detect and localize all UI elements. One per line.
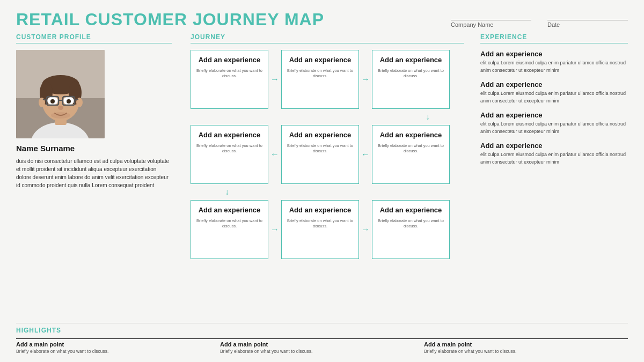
highlight-text-3: Briefly elaborate on what you want to di…: [424, 349, 628, 354]
journey-box-sub: Briefly elaborate on what you want to di…: [286, 143, 354, 154]
journey-box-sub: Briefly elaborate on what you want to di…: [377, 143, 445, 154]
journey-box-title: Add an experience: [380, 206, 442, 215]
journey-box-3-2: Add an experience Briefly elaborate on w…: [281, 200, 359, 259]
company-line: [451, 20, 531, 20]
company-label: Company Name: [451, 21, 493, 28]
highlights-row: Add a main point Briefly elaborate on wh…: [16, 338, 628, 354]
journey-box-sub: Briefly elaborate on what you want to di…: [195, 143, 264, 154]
journey-box-title: Add an experience: [380, 56, 442, 65]
highlight-title-2: Add a main point: [220, 341, 424, 348]
customer-profile-title: CUSTOMER PROFILE: [16, 33, 172, 43]
highlights-section: HIGHLIGHTS Add a main point Briefly elab…: [16, 323, 628, 354]
experience-items: Add an experience elit culpa Lorem eiusm…: [480, 50, 628, 172]
journey-box-2-3: Add an experience Briefly elaborate on w…: [372, 125, 450, 184]
company-field: Company Name: [451, 20, 531, 28]
journey-box-3-3: Add an experience Briefly elaborate on w…: [372, 200, 450, 259]
experience-item-title-4: Add an experience: [480, 142, 628, 150]
journey-title: JOURNEY: [191, 33, 464, 43]
experience-item-2: Add an experience elit culpa Lorem eiusm…: [480, 80, 628, 105]
highlights-title: HIGHLIGHTS: [16, 327, 628, 334]
svg-point-18: [67, 99, 71, 104]
experience-section: EXPERIENCE Add an experience elit culpa …: [472, 33, 628, 319]
journey-box-3-1: Add an experience Briefly elaborate on w…: [191, 200, 268, 259]
profile-photo: [16, 50, 105, 138]
journey-box-title: Add an experience: [380, 131, 442, 140]
experience-title: EXPERIENCE: [480, 33, 628, 43]
experience-item-1: Add an experience elit culpa Lorem eiusm…: [480, 50, 628, 74]
arrow-right-1: →: [268, 75, 281, 84]
experience-item-4: Add an experience elit culpa Lorem eiusm…: [480, 142, 628, 166]
journey-row-3: Add an experience Briefly elaborate on w…: [191, 200, 464, 259]
journey-box-sub: Briefly elaborate on what you want to di…: [377, 68, 445, 79]
highlight-item-3: Add a main point Briefly elaborate on wh…: [424, 338, 628, 354]
journey-row-1: Add an experience Briefly elaborate on w…: [191, 50, 464, 109]
profile-description: duis do nisi consectetur ullamco est ad …: [16, 157, 172, 189]
experience-item-text-4: elit culpa Lorem eiusmod culpa enim pari…: [480, 151, 628, 166]
arrow-down-1-container: ↓: [191, 112, 464, 122]
journey-box-sub: Briefly elaborate on what you want to di…: [377, 218, 445, 230]
journey-section: JOURNEY Add an experience Briefly elabor…: [182, 33, 472, 319]
profile-image: [16, 50, 105, 138]
title-part2: JOURNEY MAP: [193, 10, 324, 29]
arrow-right-3: →: [268, 225, 281, 234]
header: RETAIL CUSTOMER JOURNEY MAP Company Name…: [16, 11, 628, 28]
page-title: RETAIL CUSTOMER JOURNEY MAP: [16, 11, 324, 28]
experience-item-text-2: elit culpa Lorem eiusmod culpa enim pari…: [480, 90, 628, 105]
svg-point-20: [51, 112, 70, 119]
experience-item-text-1: elit culpa Lorem eiusmod culpa enim pari…: [480, 60, 628, 74]
arrow-down-1: ↓: [426, 112, 430, 122]
date-field: Date: [547, 20, 628, 28]
highlight-text-1: Briefly elaborate on what you want to di…: [16, 349, 220, 354]
highlight-title-3: Add a main point: [424, 341, 628, 348]
experience-item-3: Add an experience elit culpa Lorem eiusm…: [480, 111, 628, 135]
title-part1: RETAIL CUSTOMER: [16, 10, 193, 29]
svg-point-17: [50, 99, 55, 104]
journey-box-title: Add an experience: [199, 131, 261, 140]
date-line: [547, 20, 628, 20]
arrow-down-2: ↓: [225, 187, 229, 197]
journey-box-1-1: Add an experience Briefly elaborate on w…: [191, 50, 268, 109]
date-label: Date: [547, 21, 560, 28]
journey-box-title: Add an experience: [289, 131, 352, 140]
journey-box-sub: Briefly elaborate on what you want to di…: [195, 218, 264, 230]
highlight-title-1: Add a main point: [16, 341, 220, 348]
experience-item-title-1: Add an experience: [480, 50, 628, 58]
experience-item-title-2: Add an experience: [480, 80, 628, 88]
arrow-down-2-container: ↓: [191, 187, 464, 197]
page: RETAIL CUSTOMER JOURNEY MAP Company Name…: [0, 0, 644, 362]
journey-box-title: Add an experience: [289, 206, 352, 215]
highlight-item-1: Add a main point Briefly elaborate on wh…: [16, 338, 220, 354]
svg-point-19: [58, 106, 63, 110]
journey-box-title: Add an experience: [199, 206, 261, 215]
arrow-left-1: ←: [268, 150, 281, 159]
highlight-item-2: Add a main point Briefly elaborate on wh…: [220, 338, 424, 354]
highlight-text-2: Briefly elaborate on what you want to di…: [220, 349, 424, 354]
arrow-left-2: ←: [359, 150, 372, 159]
experience-item-title-3: Add an experience: [480, 111, 628, 119]
journey-grid: Add an experience Briefly elaborate on w…: [191, 50, 464, 319]
customer-profile-section: CUSTOMER PROFILE: [16, 33, 182, 319]
header-fields: Company Name Date: [451, 20, 628, 28]
journey-box-1-3: Add an experience Briefly elaborate on w…: [372, 50, 450, 109]
journey-box-1-2: Add an experience Briefly elaborate on w…: [281, 50, 359, 109]
journey-box-title: Add an experience: [199, 56, 261, 65]
journey-box-sub: Briefly elaborate on what you want to di…: [286, 68, 354, 79]
experience-item-text-3: elit culpa Lorem eiusmod culpa enim pari…: [480, 121, 628, 135]
journey-box-2-1: Add an experience Briefly elaborate on w…: [191, 125, 268, 184]
main-content: CUSTOMER PROFILE: [16, 33, 628, 319]
arrow-right-4: →: [359, 225, 372, 234]
journey-box-2-2: Add an experience Briefly elaborate on w…: [281, 125, 359, 184]
arrow-right-2: →: [359, 75, 372, 84]
journey-box-sub: Briefly elaborate on what you want to di…: [286, 218, 354, 230]
journey-row-2: Add an experience Briefly elaborate on w…: [191, 125, 464, 184]
journey-box-sub: Briefly elaborate on what you want to di…: [195, 68, 264, 79]
profile-name: Name Surname: [16, 144, 172, 153]
journey-box-title: Add an experience: [289, 56, 352, 65]
